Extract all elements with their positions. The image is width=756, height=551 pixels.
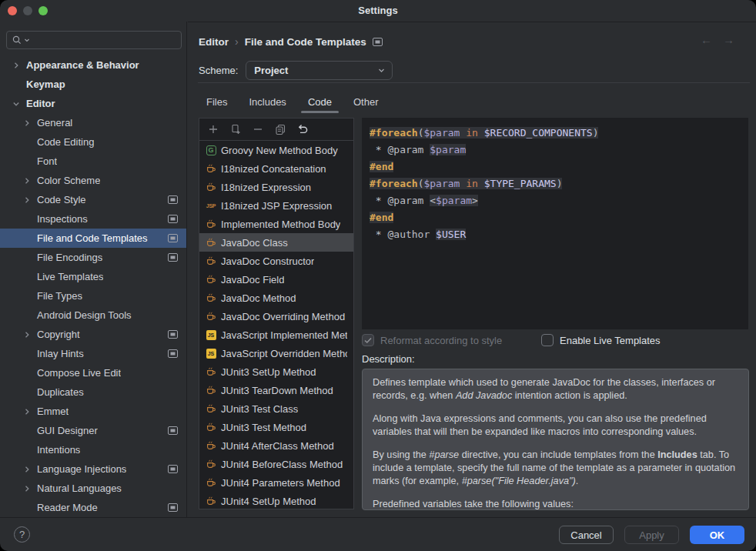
template-item[interactable]: JSJavaScript Overridden Metho <box>199 344 353 362</box>
code-line: * @param $param <box>370 142 741 159</box>
sidebar-item-general[interactable]: General <box>0 113 187 132</box>
java-file-icon <box>206 182 216 192</box>
sidebar-item-keymap[interactable]: Keymap <box>0 75 187 94</box>
window-title: Settings <box>0 0 756 22</box>
java-file-icon <box>206 255 216 266</box>
template-item[interactable]: JavaDoc Overriding Method <box>199 307 353 326</box>
cancel-button[interactable]: Cancel <box>559 526 614 544</box>
sidebar-item-emmet[interactable]: Emmet <box>0 402 187 421</box>
project-level-icon <box>168 426 178 435</box>
template-item[interactable]: I18nized Concatenation <box>199 159 353 178</box>
sidebar-item-language-injections[interactable]: Language Injections <box>0 459 187 479</box>
chevron-right-icon[interactable] <box>22 331 32 339</box>
sidebar-item-natural-languages[interactable]: Natural Languages <box>0 479 187 498</box>
sidebar-item-inlay-hints[interactable]: Inlay Hints <box>0 344 187 363</box>
chevron-right-icon[interactable] <box>22 177 32 185</box>
template-item[interactable]: JUnit3 Test Class <box>199 399 353 418</box>
template-item[interactable]: GGroovy New Method Body <box>199 141 353 159</box>
sidebar-item-label: Color Scheme <box>32 175 100 186</box>
template-list-toolbar <box>199 119 353 141</box>
sidebar-item-appearance-behavior[interactable]: Appearance & Behavior <box>0 55 187 75</box>
tab-files[interactable]: Files <box>205 92 229 112</box>
template-item-label: JavaDoc Field <box>221 274 284 286</box>
template-item-label: JUnit3 Test Method <box>221 422 306 433</box>
template-code-editor[interactable]: #foreach($param in $RECORD_COMPONENTS) *… <box>362 118 748 329</box>
sidebar-item-gui-designer[interactable]: GUI Designer <box>0 421 187 440</box>
template-item[interactable]: JavaDoc Constructor <box>199 252 353 270</box>
chevron-down-icon[interactable] <box>11 100 22 108</box>
chevron-right-icon[interactable] <box>22 408 32 416</box>
sidebar-item-label: Appearance & Behavior <box>22 59 139 71</box>
sidebar-item-inspections[interactable]: Inspections <box>0 209 187 229</box>
ok-button[interactable]: OK <box>690 526 744 544</box>
sidebar-item-file-encodings[interactable]: File Encodings <box>0 248 187 267</box>
template-item-label: JavaScript Overridden Metho <box>221 348 347 359</box>
sidebar-item-copyright[interactable]: Copyright <box>0 325 187 344</box>
scheme-label: Scheme: <box>199 65 238 76</box>
history-nav: ← → <box>701 33 734 46</box>
java-file-icon <box>206 459 216 469</box>
forward-button[interactable]: → <box>723 33 734 46</box>
sidebar-item-reader-mode[interactable]: Reader Mode <box>0 498 187 517</box>
sidebar-item-editor[interactable]: Editor <box>0 94 187 113</box>
tab-code[interactable]: Code <box>306 92 333 112</box>
template-item[interactable]: JUnit4 SetUp Method <box>199 492 353 509</box>
help-button[interactable]: ? <box>14 526 30 543</box>
sidebar-item-code-editing[interactable]: Code Editing <box>0 132 187 152</box>
template-item[interactable]: JUnit3 SetUp Method <box>199 362 353 381</box>
template-item[interactable]: JSPI18nized JSP Expression <box>199 196 353 215</box>
sidebar-item-intentions[interactable]: Intentions <box>0 440 187 459</box>
template-item[interactable]: JUnit4 Parameters Method <box>199 473 353 492</box>
search-history-chevron-icon[interactable] <box>24 37 30 43</box>
reformat-checkbox[interactable]: Reformat according to style <box>362 334 541 346</box>
template-item[interactable]: JUnit4 AfterClass Method <box>199 436 353 455</box>
template-item[interactable]: JUnit3 TearDown Method <box>199 381 353 399</box>
add-icon[interactable] <box>207 123 219 135</box>
sidebar-item-color-scheme[interactable]: Color Scheme <box>0 171 187 190</box>
reformat-checkbox-label: Reformat according to style <box>380 335 502 346</box>
template-item[interactable]: JSJavaScript Implemented Met <box>199 326 353 344</box>
template-list-panel: GGroovy New Method BodyI18nized Concaten… <box>199 118 354 509</box>
remove-icon[interactable] <box>252 123 264 135</box>
sidebar-item-compose-live-edit[interactable]: Compose Live Edit <box>0 363 187 382</box>
breadcrumb-editor[interactable]: Editor <box>199 36 229 48</box>
scheme-select[interactable]: Project <box>246 61 393 80</box>
chevron-right-icon[interactable] <box>22 466 32 473</box>
sidebar-item-label: Duplicates <box>32 386 84 398</box>
duplicate-icon[interactable] <box>229 123 242 135</box>
chevron-right-icon[interactable] <box>22 485 32 493</box>
template-item-label: JUnit3 TearDown Method <box>221 385 333 396</box>
sidebar-item-android-design-tools[interactable]: Android Design Tools <box>0 306 187 325</box>
tab-includes[interactable]: Includes <box>247 92 287 112</box>
sidebar-item-live-templates[interactable]: Live Templates <box>0 267 187 286</box>
tab-other[interactable]: Other <box>352 92 380 112</box>
search-input[interactable] <box>6 31 182 49</box>
sidebar-item-font[interactable]: Font <box>0 152 187 171</box>
template-item[interactable]: I18nized Expression <box>199 178 353 196</box>
template-item[interactable]: JUnit4 BeforeClass Method <box>199 455 353 473</box>
chevron-right-icon[interactable] <box>22 196 32 204</box>
sidebar-item-duplicates[interactable]: Duplicates <box>0 382 187 402</box>
chevron-right-icon[interactable] <box>22 119 32 127</box>
java-file-icon <box>206 422 216 432</box>
back-button[interactable]: ← <box>701 33 712 46</box>
template-item[interactable]: Implemented Method Body <box>199 215 353 233</box>
template-item-label: Groovy New Method Body <box>221 145 338 156</box>
template-item[interactable]: JavaDoc Class <box>199 233 353 252</box>
sidebar-item-file-types[interactable]: File Types <box>0 286 187 306</box>
template-item[interactable]: JUnit3 Test Method <box>199 418 353 436</box>
live-templates-checkbox[interactable]: Enable Live Templates <box>541 334 661 346</box>
sidebar-item-label: Copyright <box>32 329 80 340</box>
sidebar-item-file-and-code-templates[interactable]: File and Code Templates <box>0 229 187 248</box>
revert-icon[interactable] <box>296 123 309 135</box>
checkbox-unchecked-icon <box>541 334 554 346</box>
search-icon <box>12 35 22 45</box>
code-line: #end <box>370 209 741 226</box>
java-file-icon <box>206 163 216 174</box>
template-item-label: JUnit4 AfterClass Method <box>221 440 334 452</box>
copy-icon[interactable] <box>274 123 286 135</box>
chevron-right-icon[interactable] <box>11 62 22 69</box>
sidebar-item-code-style[interactable]: Code Style <box>0 190 187 209</box>
template-item[interactable]: JavaDoc Method <box>199 289 353 307</box>
template-item[interactable]: JavaDoc Field <box>199 270 353 289</box>
